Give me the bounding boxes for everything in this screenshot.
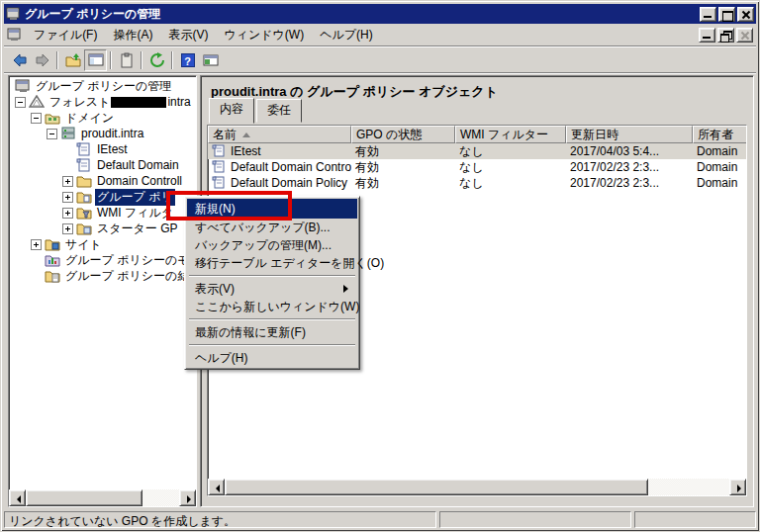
column-header-name[interactable]: 名前 [208, 126, 351, 143]
menu-action[interactable]: 操作(A) [105, 24, 160, 46]
starter-gpo-folder-icon [76, 222, 92, 235]
content-area: グループ ポリシーの管理 フォレストintra ドメイン proudit.int… [4, 73, 756, 509]
gpo-icon [76, 142, 92, 156]
tree-item-root[interactable]: グループ ポリシーの管理 [11, 78, 194, 94]
tab-strip: 内容 委任 [209, 103, 304, 123]
expand-icon[interactable] [62, 176, 73, 187]
mdi-close-button[interactable] [736, 28, 753, 43]
tree-item-sites[interactable]: サイト [11, 236, 194, 252]
mdi-minimize-button[interactable] [699, 28, 715, 43]
tree-item-domain-controllers[interactable]: Domain Controll [11, 173, 194, 189]
tree-item-forest[interactable]: フォレストintra [11, 94, 194, 110]
scroll-right-icon[interactable] [729, 479, 746, 495]
forward-icon[interactable] [31, 49, 53, 71]
collapse-icon[interactable] [47, 129, 57, 139]
tree-item-domain-proudit[interactable]: proudit.intra [11, 126, 194, 141]
list-horizontal-scrollbar [208, 479, 746, 495]
gpo-icon [212, 176, 228, 190]
show-console-tree-icon[interactable] [84, 49, 107, 71]
tab-delegation[interactable]: 委任 [256, 99, 302, 123]
gp-modeling-icon [45, 253, 60, 267]
toolbar-separator [110, 51, 112, 69]
console-tree-pane: グループ ポリシーの管理 フォレストintra ドメイン proudit.int… [8, 75, 197, 507]
export-list-icon[interactable] [115, 49, 138, 71]
expand-icon[interactable] [62, 223, 73, 234]
domain-server-icon [60, 127, 76, 140]
expand-icon[interactable] [31, 239, 42, 250]
status-bar: リンクされていない GPO を作成します。 [4, 511, 756, 530]
new-window-icon[interactable] [199, 49, 222, 71]
menu-item-refresh[interactable]: 最新の情報に更新(F) [187, 323, 357, 341]
gp-results-icon [45, 269, 60, 283]
back-icon[interactable] [8, 49, 31, 71]
tree-item-wmi-filters[interactable]: WMI フィルタ [11, 205, 194, 221]
expand-icon[interactable] [62, 192, 73, 203]
sites-folder-icon [45, 237, 60, 251]
redaction-box [111, 97, 166, 108]
forest-icon [29, 95, 45, 109]
help-icon[interactable]: ? [176, 49, 199, 71]
column-header-wmi-filter[interactable]: WMI フィルター [455, 126, 566, 143]
table-row[interactable]: IEtest 有効 なし 2017/04/03 5:4... Domain [208, 143, 746, 159]
menu-separator [189, 344, 355, 346]
table-row[interactable]: Default Domain Policy 有効 なし 2017/02/23 2… [208, 175, 746, 191]
titlebar: グループ ポリシーの管理 [4, 4, 756, 24]
scrollbar-thumb[interactable] [26, 489, 142, 506]
collapse-icon[interactable] [15, 97, 26, 108]
context-menu: 新規(N) すべてバックアップ(B)... バックアップの管理(M)... 移行… [184, 196, 360, 370]
mdi-restore-button[interactable] [717, 28, 734, 43]
tab-contents[interactable]: 内容 [209, 98, 254, 124]
menu-window[interactable]: ウィンドウ(W) [216, 24, 312, 46]
column-header-modified[interactable]: 更新日時 [566, 126, 693, 143]
toolbar-separator [56, 51, 58, 69]
minimize-button[interactable] [700, 7, 716, 22]
column-header-gpo-status[interactable]: GPO の状態 [351, 126, 455, 143]
toolbar: ? [4, 47, 756, 73]
table-row[interactable]: Default Domain Controll... 有効 なし 2017/02… [208, 159, 746, 175]
gpo-icon [212, 144, 228, 158]
gpo-icon [76, 158, 92, 172]
expand-icon[interactable] [62, 208, 73, 219]
close-button[interactable] [737, 7, 754, 22]
tree-item-domains[interactable]: ドメイン [11, 110, 194, 126]
toolbar-separator [171, 51, 173, 69]
console-icon [15, 79, 31, 93]
menu-item-open-migration-table-editor[interactable]: 移行テーブル エディターを開く(O) [187, 254, 357, 272]
status-section [439, 511, 631, 528]
console-tree: グループ ポリシーの管理 フォレストintra ドメイン proudit.int… [11, 78, 194, 488]
menu-item-manage-backups[interactable]: バックアップの管理(M)... [187, 236, 357, 254]
wmi-filter-folder-icon [76, 206, 92, 220]
collapse-icon[interactable] [31, 113, 42, 124]
tree-item-group-policy-objects[interactable]: グループ ポリ [11, 189, 194, 205]
column-header-owner[interactable]: 所有者 [693, 126, 747, 143]
menu-help[interactable]: ヘルプ(H) [312, 24, 381, 46]
tree-item-gpo-default-domain[interactable]: Default Domain [11, 157, 194, 173]
tree-item-gp-results[interactable]: グループ ポリシーの結 [11, 268, 194, 284]
gpo-icon [212, 160, 228, 174]
up-folder-icon[interactable] [61, 49, 84, 71]
menu-item-new-window-from-here[interactable]: ここから新しいウィンドウ(W) [187, 298, 357, 315]
mdi-window-icon [7, 28, 22, 42]
tree-item-gp-modeling[interactable]: グループ ポリシーのモデ [11, 252, 194, 268]
sort-ascending-icon [242, 129, 250, 137]
refresh-icon[interactable] [145, 49, 168, 71]
maximize-button[interactable] [718, 7, 735, 22]
scrollbar-thumb[interactable] [225, 479, 648, 495]
scroll-right-icon[interactable] [179, 489, 196, 506]
tree-item-gpo-ietest[interactable]: IEtest [11, 141, 194, 157]
tree-item-label: フォレストintra [48, 94, 193, 111]
menu-view[interactable]: 表示(V) [160, 24, 216, 46]
menu-bar: ファイル(F) 操作(A) 表示(V) ウィンドウ(W) ヘルプ(H) [4, 24, 756, 46]
menu-item-help[interactable]: ヘルプ(H) [187, 349, 357, 367]
tree-horizontal-scrollbar [9, 489, 196, 506]
menu-separator [189, 318, 355, 320]
menu-item-new[interactable]: 新規(N) [187, 199, 357, 219]
scroll-left-icon[interactable] [9, 489, 26, 506]
scroll-left-icon[interactable] [208, 479, 225, 495]
toolbar-separator [141, 51, 142, 69]
menu-item-backup-all[interactable]: すべてバックアップ(B)... [187, 219, 357, 236]
tree-item-starter-gpos[interactable]: スターター GP [11, 221, 194, 236]
submenu-arrow-icon [343, 285, 352, 293]
menu-item-view[interactable]: 表示(V) [187, 280, 357, 298]
menu-file[interactable]: ファイル(F) [26, 24, 105, 46]
